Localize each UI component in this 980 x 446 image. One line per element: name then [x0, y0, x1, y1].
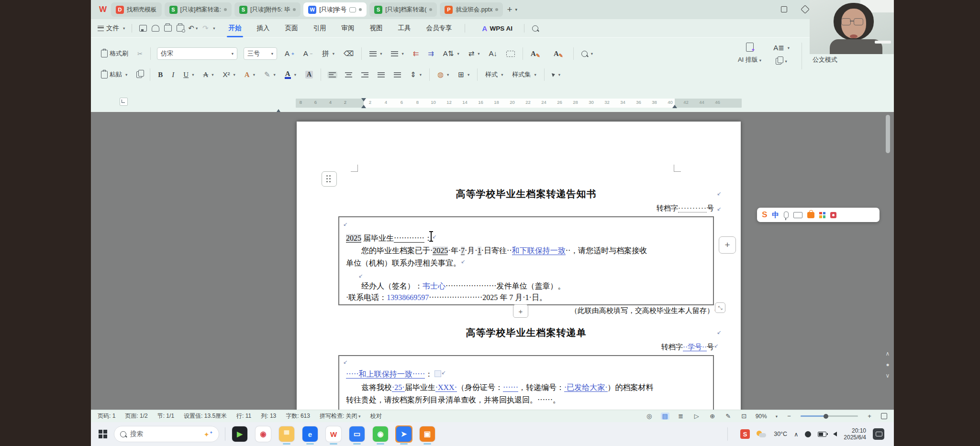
horizontal-ruler[interactable]: 8642 24681012141618202224262830323436384… — [296, 99, 742, 108]
tab-unsaved-dot[interactable] — [495, 8, 498, 11]
field-transfer-number[interactable]: ·已发给大家· — [564, 383, 608, 392]
fullscreen-icon[interactable] — [881, 413, 887, 419]
notification-center-button[interactable] — [873, 428, 884, 440]
field-month[interactable]: 7 — [461, 246, 465, 255]
align-center-button[interactable] — [344, 71, 354, 78]
play-view-icon[interactable]: ▷ — [692, 413, 701, 420]
zoom-slider[interactable] — [801, 415, 858, 417]
ime-tray-icon[interactable]: S — [740, 429, 750, 439]
paste-button[interactable]: 粘贴 ▾ — [100, 69, 129, 80]
workspace-button[interactable] — [800, 4, 810, 14]
document-tab[interactable]: W [只读]学号 — [303, 2, 367, 17]
align-right-button[interactable] — [360, 71, 370, 78]
undo-button[interactable]: ↶▾ — [187, 22, 199, 34]
style-set-button[interactable]: 样式集▾ — [511, 69, 537, 80]
copy-button[interactable] — [135, 70, 144, 79]
styles-button[interactable]: 样式▾ — [484, 69, 504, 80]
new-tab-button[interactable]: + — [507, 4, 512, 15]
status-item[interactable]: 列: 13 — [261, 412, 276, 420]
line-spacing-button[interactable]: ⇕▾ — [409, 69, 423, 80]
menu-item[interactable]: 页面 — [284, 20, 299, 36]
tray-dot-icon[interactable] — [805, 431, 811, 437]
field-student-name[interactable]: ·XXX· — [435, 383, 457, 392]
web-view-icon[interactable]: ⊕ — [708, 413, 717, 420]
select-button[interactable]: ▾ — [551, 71, 562, 78]
tab-unsaved-dot[interactable] — [224, 8, 227, 11]
field-phone-number[interactable]: 13938669597 — [387, 293, 429, 301]
character-shading-button[interactable]: A — [304, 70, 314, 79]
next-page-button[interactable]: ∨ — [886, 372, 890, 379]
field-year[interactable]: 2025 — [433, 246, 448, 255]
underline-button[interactable]: U▾ — [182, 69, 195, 80]
eye-protection-icon[interactable]: ◎ — [645, 413, 654, 420]
numbered-list-button[interactable]: ▾ — [390, 50, 405, 57]
taskbar-search[interactable]: 搜索 ✦✦ — [114, 426, 219, 442]
save-button[interactable] — [137, 22, 149, 34]
font-name-select[interactable]: 仿宋 ▾ — [157, 47, 237, 60]
select-browse-object-button[interactable]: ● — [886, 361, 889, 368]
sogou-logo-icon[interactable]: S — [762, 210, 767, 220]
document-tab[interactable]: S [只读]附件5: 毕 — [234, 2, 301, 17]
skin-grid-icon[interactable] — [819, 212, 825, 218]
justify-button[interactable] — [376, 71, 386, 78]
focus-mode-icon[interactable]: ⊡ — [740, 413, 748, 420]
selection-pane-button[interactable]: ▾ — [774, 57, 788, 66]
zoom-slider-knob[interactable] — [824, 414, 828, 419]
menu-item[interactable]: 工具 — [397, 20, 412, 36]
taskbar-app[interactable]: W — [325, 425, 342, 443]
microphone-icon[interactable] — [784, 212, 789, 218]
table-move-handle[interactable] — [322, 171, 337, 187]
menu-item[interactable]: 会员专享 — [425, 20, 453, 36]
document-tab[interactable]: P 就业班会.pptx — [440, 2, 503, 17]
status-item[interactable]: 行: 11 — [236, 412, 251, 420]
borders-button[interactable]: ⊞▾ — [457, 69, 471, 80]
page-view-icon[interactable]: ▤ — [661, 413, 669, 420]
weather-temperature[interactable]: 30°C — [774, 431, 787, 437]
format-painter-button[interactable]: 格式刷 — [100, 48, 130, 59]
taskbar-app[interactable]: ▀ — [278, 425, 295, 443]
find-replace-button[interactable]: ▾ — [580, 50, 594, 58]
first-line-indent-marker[interactable] — [361, 98, 366, 101]
field-consistency-link[interactable]: ·····和上联保持一致····· — [346, 370, 425, 379]
show-marks-button[interactable] — [505, 50, 516, 58]
tab-stop-selector[interactable] — [120, 98, 128, 106]
field-day[interactable]: 1 — [478, 246, 481, 255]
status-item[interactable]: 页面: 1/2 — [125, 412, 147, 420]
text-layout-button[interactable]: A≣▾ — [772, 43, 791, 53]
italic-button[interactable]: I — [170, 69, 176, 80]
sort-button[interactable]: A↓ — [488, 48, 499, 59]
align-left-button[interactable] — [327, 71, 337, 78]
field-student-id[interactable]: ··学号·· — [683, 343, 707, 351]
field-class-year[interactable]: ·25· — [392, 383, 405, 392]
new-style-button[interactable]: A — [529, 49, 537, 59]
taskbar-app[interactable]: ➤ — [395, 425, 412, 443]
export-pdf-button[interactable] — [149, 22, 162, 34]
cut-button[interactable]: ✂ — [136, 49, 144, 58]
edit-style-button[interactable]: A — [552, 49, 560, 59]
tab-unsaved-dot[interactable] — [293, 8, 296, 11]
ai-layout-button[interactable]: ✦ AI 排版▾ — [738, 43, 761, 64]
menu-item[interactable]: 插入 — [256, 20, 271, 36]
bold-button[interactable]: B — [156, 69, 164, 80]
status-item[interactable]: 校对 — [370, 412, 382, 420]
search-button[interactable] — [529, 22, 542, 34]
tab-list-dropdown[interactable]: ▾ — [515, 7, 518, 12]
print-button[interactable] — [162, 22, 174, 34]
status-item[interactable]: 设置值: 13.5厘米 — [184, 412, 227, 420]
tab-unsaved-dot[interactable] — [429, 8, 432, 11]
print-preview-button[interactable] — [174, 22, 187, 34]
hanging-indent-marker[interactable] — [361, 105, 366, 108]
text-direction-button[interactable]: ⇄▾ — [467, 48, 481, 59]
keyboard-icon[interactable] — [793, 212, 802, 218]
taskbar-clock[interactable]: 20:10 2025/6/4 — [844, 427, 866, 441]
menu-item[interactable]: 引用 — [312, 20, 327, 36]
taskbar-app[interactable]: ▭ — [348, 425, 366, 443]
field-grad-year[interactable]: 2025 — [346, 234, 361, 243]
strikethrough-button[interactable]: A▾ — [201, 69, 215, 80]
increase-font-button[interactable]: A+ — [283, 48, 296, 59]
sticker-icon[interactable] — [830, 212, 836, 218]
character-scale-button[interactable]: A⇅▾ — [442, 48, 461, 59]
previous-page-button[interactable]: ∧ — [886, 350, 890, 357]
menu-item[interactable]: 审阅 — [341, 20, 356, 36]
decrease-indent-button[interactable]: ⇇ — [412, 48, 421, 59]
